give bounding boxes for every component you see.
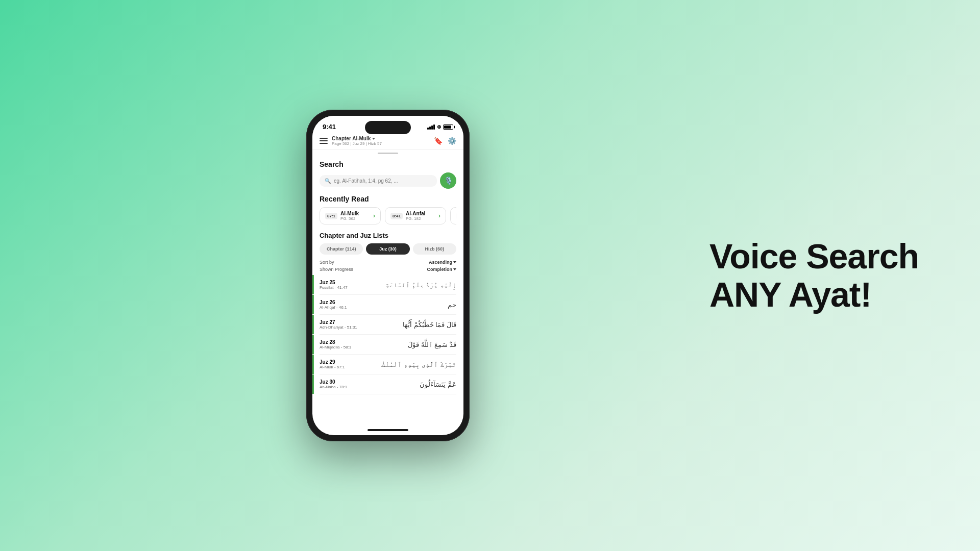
progress-row: Shown Progress Completion (320, 267, 456, 272)
juz-item-26[interactable]: Juz 26 Al-Ahqaf - 46:1 حم (320, 295, 456, 315)
recent-arrow-1: › (373, 212, 375, 219)
juz-info-27: Juz 27 Adh-Dhariyat - 51:31 (320, 319, 357, 330)
battery-icon (443, 124, 453, 130)
recent-badge-1: 67:1 (325, 213, 337, 219)
search-icon: 🔍 (325, 178, 331, 184)
tab-chapter[interactable]: Chapter (114) (320, 243, 363, 255)
juz-arabic-25: إِلَيْهِ يُرَدُّ عِلْمُ ٱلسَّاعَةِ (385, 281, 456, 289)
recent-badge-2: 8:41 (390, 213, 403, 219)
sort-by-label: Sort by (320, 260, 334, 265)
chevron-down-icon (372, 138, 375, 140)
juz-number-29: Juz 29 (320, 359, 345, 365)
sort-row: Sort by Ascending (320, 260, 456, 265)
shown-progress-value[interactable]: Completion (427, 267, 457, 272)
juz-number-28: Juz 28 (320, 339, 351, 345)
dynamic-island (365, 121, 411, 134)
juz-item-29[interactable]: Juz 29 Al-Mulk - 67:1 تَبَٰرَكَ ٱلَّذِى … (320, 355, 456, 374)
scroll-handle (378, 153, 398, 154)
wifi-icon: ⊛ (437, 124, 441, 130)
promo-line2: ANY Ayat! (709, 275, 871, 314)
juz-arabic-28: قَدْ سَمِعَ ٱللَّهُ قَوْلَ (408, 341, 456, 348)
progress-value-text: Completion (427, 267, 453, 272)
status-time: 9:41 (323, 123, 336, 131)
phone-mockup: 9:41 ⊛ (306, 110, 470, 441)
search-title: Search (320, 160, 456, 168)
juz-info-25: Juz 25 Fussilat - 41:47 (320, 280, 348, 290)
recent-item-2[interactable]: 8:41 Al-Anfal PG. 182 › (385, 207, 446, 224)
juz-surah-27: Adh-Dhariyat - 51:31 (320, 325, 357, 330)
sort-chevron-icon (453, 261, 456, 263)
juz-item-25[interactable]: Juz 25 Fussilat - 41:47 إِلَيْهِ يُرَدُّ… (320, 275, 456, 295)
juz-info-30: Juz 30 An-Naba - 78:1 (320, 379, 347, 389)
juz-info-26: Juz 26 Al-Ahqaf - 46:1 (320, 299, 347, 310)
menu-button[interactable] (320, 138, 328, 144)
shown-progress-label: Shown Progress (320, 267, 353, 272)
juz-arabic-26: حم (448, 301, 456, 309)
juz-number-25: Juz 25 (320, 280, 348, 285)
bookmark-icon[interactable]: 🔖 (434, 137, 443, 145)
tab-juz[interactable]: Juz (30) (366, 243, 409, 255)
settings-icon[interactable]: ⚙️ (448, 137, 456, 145)
juz-surah-28: Al-Mujadila - 58:1 (320, 345, 351, 349)
juz-number-26: Juz 26 (320, 299, 347, 305)
juz-surah-30: An-Naba - 78:1 (320, 385, 347, 389)
header-right: 🔖 ⚙️ (434, 137, 456, 145)
search-input[interactable] (334, 178, 432, 184)
recent-page-1: PG. 562 (340, 216, 370, 221)
recent-arrow-2: › (438, 212, 440, 219)
juz-surah-29: Al-Mulk - 67:1 (320, 365, 345, 369)
juz-info-28: Juz 28 Al-Mujadila - 58:1 (320, 339, 351, 349)
chapter-subtitle: Page 562 | Juz 29 | Hizb 57 (332, 141, 382, 146)
phone-screen: 9:41 ⊛ (312, 116, 463, 435)
juz-item-27[interactable]: Juz 27 Adh-Dhariyat - 51:31 قَالَ فَمَا … (320, 315, 456, 335)
juz-surah-25: Fussilat - 41:47 (320, 285, 348, 290)
recent-name-2: Al-Anfal (406, 211, 435, 216)
promo-heading: Voice Search ANY Ayat! (709, 237, 919, 314)
sort-by-value[interactable]: Ascending (429, 260, 456, 265)
mic-button[interactable]: 🎙️ (440, 172, 456, 189)
recently-read-title: Recently Read (320, 195, 456, 203)
app-content: Search 🔍 🎙️ Recently Read 67:1 (312, 156, 463, 430)
mic-icon: 🎙️ (444, 177, 453, 185)
juz-arabic-27: قَالَ فَمَا خَطْبُكُمْ أَيُّهَا (403, 321, 456, 329)
status-icons: ⊛ (427, 124, 453, 130)
juz-item-30[interactable]: Juz 30 An-Naba - 78:1 عَمَّ يَتَسَآءَلُو… (320, 374, 456, 394)
juz-arabic-30: عَمَّ يَتَسَآءَلُونَ (420, 381, 456, 388)
juz-list: Juz 25 Fussilat - 41:47 إِلَيْهِ يُرَدُّ… (320, 275, 456, 394)
search-bar: 🔍 🎙️ (320, 172, 456, 189)
header-left: Chapter Al-Mulk Page 562 | Juz 29 | Hizb… (320, 136, 382, 146)
recent-badge-3: 55:1 (456, 213, 456, 219)
recently-read-scroll: 67:1 Al-Mulk PG. 562 › 8:41 Al-Anfal PG.… (320, 207, 456, 224)
juz-surah-26: Al-Ahqaf - 46:1 (320, 305, 347, 310)
recent-info-1: Al-Mulk PG. 562 (340, 211, 370, 221)
app-header: Chapter Al-Mulk Page 562 | Juz 29 | Hizb… (312, 133, 463, 149)
tab-row: Chapter (114) Juz (30) Hizb (60) (320, 243, 456, 255)
tab-hizb[interactable]: Hizb (60) (413, 243, 456, 255)
search-input-wrapper[interactable]: 🔍 (320, 175, 437, 187)
chapter-title: Chapter Al-Mulk (332, 136, 371, 141)
recent-page-2: PG. 182 (406, 216, 435, 221)
recent-name-1: Al-Mulk (340, 211, 370, 216)
recent-item-1[interactable]: 67:1 Al-Mulk PG. 562 › (320, 207, 381, 224)
juz-arabic-29: تَبَٰرَكَ ٱلَّذِى بِيَدِهِ ٱلْمُلْكُ (381, 361, 456, 368)
progress-chevron-icon (453, 268, 456, 270)
sort-value-text: Ascending (429, 260, 452, 265)
lists-title: Chapter and Juz Lists (320, 232, 456, 239)
juz-info-29: Juz 29 Al-Mulk - 67:1 (320, 359, 345, 369)
chapter-info[interactable]: Chapter Al-Mulk Page 562 | Juz 29 | Hizb… (332, 136, 382, 146)
phone-frame: 9:41 ⊛ (306, 110, 470, 441)
signal-icon (427, 124, 435, 130)
promo-line1: Voice Search (709, 237, 919, 276)
juz-number-27: Juz 27 (320, 319, 357, 325)
recent-info-2: Al-Anfal PG. 182 (406, 211, 435, 221)
promo-text-block: Voice Search ANY Ayat! (709, 237, 919, 314)
juz-item-28[interactable]: Juz 28 Al-Mujadila - 58:1 قَدْ سَمِعَ ٱل… (320, 335, 456, 355)
recent-item-3[interactable]: 55:1 (450, 207, 456, 224)
juz-number-30: Juz 30 (320, 379, 347, 385)
home-bar (368, 429, 408, 431)
